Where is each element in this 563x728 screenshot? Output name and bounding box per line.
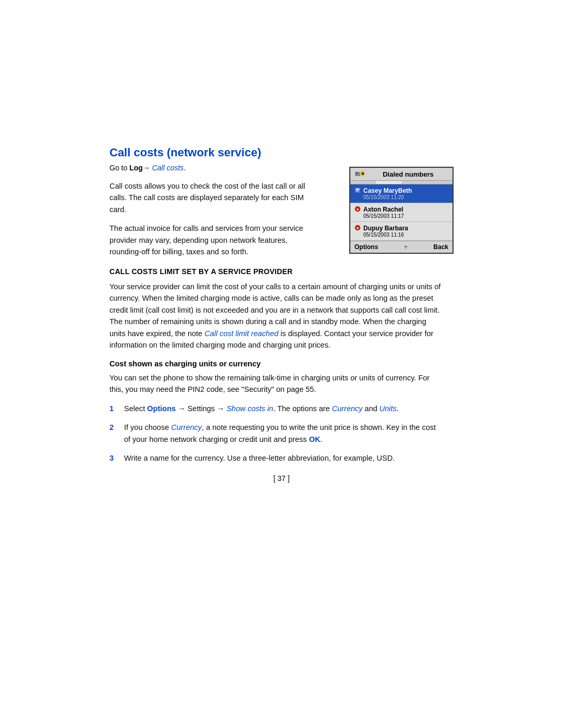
phone-contact-item-1[interactable]: Casey MaryBeth 05/15/2003 11:20 (350, 184, 452, 203)
contact-icon-3: ● (354, 225, 361, 231)
currency-option-2: Currency (171, 423, 202, 431)
phone-footer: Options ÷ Back (350, 241, 452, 253)
nav-arrow: → (143, 164, 150, 172)
options-label-1: Options (147, 404, 176, 413)
phone-tab-1 (350, 181, 376, 184)
units-option-1: Units (380, 404, 397, 413)
phone-contact-item-2[interactable]: ● Axton Rachel 05/15/2003 11:17 (350, 203, 452, 222)
svg-rect-4 (356, 189, 359, 190)
intro-paragraph: Call costs allows you to check the cost … (109, 180, 318, 215)
nav-callcosts: Call costs (152, 164, 184, 172)
list-num-1: 1 (109, 403, 118, 414)
sub-heading: Cost shown as charging units or currency (109, 360, 454, 368)
svg-text:★: ★ (361, 171, 365, 176)
phone-tab-3 (401, 181, 427, 184)
nav-period: . (183, 164, 186, 172)
phone-tabs (350, 181, 452, 184)
settings-label: Settings (188, 404, 215, 413)
content-area: ★ Dialed numbers (109, 146, 454, 535)
contact-name-1: Casey MaryBeth (363, 187, 412, 194)
phone-contact-list: Casey MaryBeth 05/15/2003 11:20 ● Axton … (350, 184, 452, 241)
phone-header-title: Dialed numbers (368, 170, 448, 178)
numbered-list: 1 Select Options → Settings → Show costs… (109, 403, 443, 464)
intro-section: Call costs allows you to check the cost … (109, 180, 318, 258)
contact-date-3: 05/15/2003 11:16 (363, 232, 408, 238)
section-body-paragraph: Your service provider can limit the cost… (109, 281, 443, 351)
phone-tab-2 (376, 181, 401, 184)
page-title: Call costs (network service) (109, 146, 454, 159)
phone-footer-divider: ÷ (404, 243, 408, 251)
contact-date-1: 05/15/2003 11:20 (363, 194, 412, 200)
list-content-2: If you choose Currency, a note requestin… (124, 422, 443, 445)
call-cost-limit-link: Call cost limit reached (204, 329, 278, 338)
phone-footer-back[interactable]: Back (433, 243, 448, 251)
list-num-3: 3 (109, 452, 118, 464)
phone-header: ★ Dialed numbers (350, 168, 452, 181)
show-costs-in-label: Show costs in (227, 404, 273, 413)
contact-icon-2: ● (354, 206, 361, 212)
invoice-paragraph: The actual invoice for calls and service… (109, 223, 318, 257)
nav-log: Log (129, 164, 143, 172)
list-content-1: Select Options → Settings → Show costs i… (124, 403, 443, 414)
contact-name-3: Dupuy Barbara (363, 225, 408, 232)
phone-footer-options[interactable]: Options (354, 243, 378, 251)
list-item-3: 3 Write a name for the currency. Use a t… (109, 452, 443, 464)
contact-name-2: Axton Rachel (363, 206, 404, 213)
contact-icon-1 (354, 187, 361, 193)
list-content-3: Write a name for the currency. Use a thr… (124, 452, 443, 464)
page-number: [ 37 ] (109, 474, 454, 483)
nav-prefix: Go to (109, 164, 129, 172)
phone-icon: ★ (354, 170, 365, 178)
sub-body-paragraph: You can set the phone to show the remain… (109, 372, 443, 396)
currency-option-1: Currency (332, 404, 363, 413)
list-item-2: 2 If you choose Currency, a note request… (109, 422, 443, 445)
svg-text:●: ● (357, 207, 359, 212)
phone-contact-item-3[interactable]: ● Dupuy Barbara 05/15/2003 11:16 (350, 222, 452, 241)
svg-rect-5 (356, 190, 358, 191)
phone-tab-4 (427, 181, 452, 184)
list-item-1: 1 Select Options → Settings → Show costs… (109, 403, 443, 414)
list-num-2: 2 (109, 422, 118, 445)
page-container: ★ Dialed numbers (0, 0, 563, 728)
section-heading: CALL COSTS LIMIT SET BY A SERVICE PROVID… (109, 267, 454, 276)
phone-screenshot: ★ Dialed numbers (349, 167, 454, 254)
contact-date-2: 05/15/2003 11:17 (363, 213, 404, 219)
ok-button-label: OK (309, 435, 321, 443)
svg-text:●: ● (357, 226, 359, 230)
